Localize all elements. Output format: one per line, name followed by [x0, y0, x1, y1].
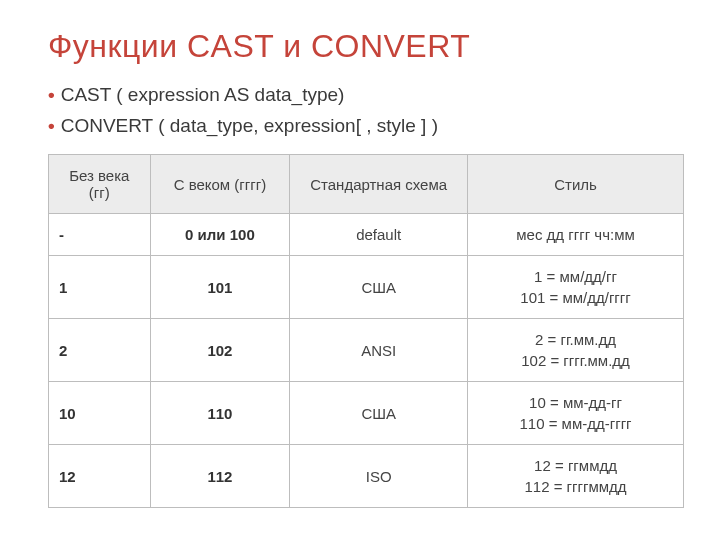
- table-row: 10 110 США 10 = мм-дд-гг 110 = мм-дд-ггг…: [49, 382, 684, 445]
- col-header-no-century: Без века (гг): [49, 155, 151, 214]
- bullet-item: • CONVERT ( data_type, expression[ , sty…: [48, 112, 684, 141]
- bullet-item: • CAST ( expression AS data_type): [48, 81, 684, 110]
- bullet-text: CONVERT ( data_type, expression[ , style…: [61, 112, 438, 141]
- cell-with-century: 112: [150, 445, 290, 508]
- cell-style: 12 = ггммдд 112 = ггггммдд: [468, 445, 684, 508]
- bullet-dot-icon: •: [48, 112, 55, 141]
- table-row: - 0 или 100 default мес дд гггг чч:мм: [49, 214, 684, 256]
- cell-no-century: 1: [49, 256, 151, 319]
- cell-with-century: 101: [150, 256, 290, 319]
- cell-standard: США: [290, 382, 468, 445]
- cell-standard: США: [290, 256, 468, 319]
- table-row: 2 102 ANSI 2 = гг.мм.дд 102 = гггг.мм.дд: [49, 319, 684, 382]
- col-header-standard: Стандартная схема: [290, 155, 468, 214]
- table-row: 1 101 США 1 = мм/дд/гг 101 = мм/дд/гггг: [49, 256, 684, 319]
- cell-with-century: 0 или 100: [150, 214, 290, 256]
- bullet-list: • CAST ( expression AS data_type) • CONV…: [48, 81, 684, 140]
- cell-standard: ISO: [290, 445, 468, 508]
- cell-no-century: -: [49, 214, 151, 256]
- table-header-row: Без века (гг) С веком (гггг) Стандартная…: [49, 155, 684, 214]
- bullet-text: CAST ( expression AS data_type): [61, 81, 345, 110]
- cell-style: мес дд гггг чч:мм: [468, 214, 684, 256]
- cell-with-century: 110: [150, 382, 290, 445]
- bullet-dot-icon: •: [48, 81, 55, 110]
- styles-table: Без века (гг) С веком (гггг) Стандартная…: [48, 154, 684, 508]
- cell-no-century: 10: [49, 382, 151, 445]
- cell-style: 10 = мм-дд-гг 110 = мм-дд-гггг: [468, 382, 684, 445]
- cell-no-century: 2: [49, 319, 151, 382]
- cell-style: 1 = мм/дд/гг 101 = мм/дд/гггг: [468, 256, 684, 319]
- cell-no-century: 12: [49, 445, 151, 508]
- slide-title: Функции CAST и CONVERT: [48, 28, 684, 65]
- cell-style: 2 = гг.мм.дд 102 = гггг.мм.дд: [468, 319, 684, 382]
- cell-standard: ANSI: [290, 319, 468, 382]
- col-header-style: Стиль: [468, 155, 684, 214]
- table-row: 12 112 ISO 12 = ггммдд 112 = ггггммдд: [49, 445, 684, 508]
- cell-with-century: 102: [150, 319, 290, 382]
- col-header-with-century: С веком (гггг): [150, 155, 290, 214]
- cell-standard: default: [290, 214, 468, 256]
